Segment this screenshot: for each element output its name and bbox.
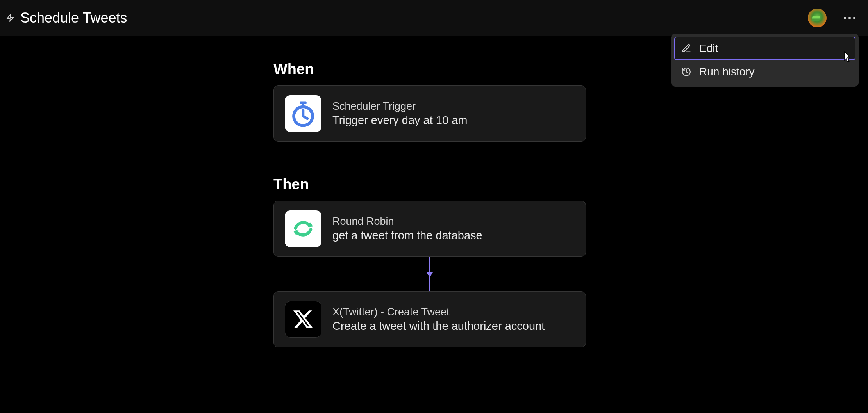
menu-item-label: Edit xyxy=(699,42,718,55)
header-bar: Schedule Tweets xyxy=(0,0,868,36)
step-text: X(Twitter) - Create Tweet Create a tweet… xyxy=(332,306,545,333)
svg-marker-0 xyxy=(7,14,14,21)
svg-rect-1 xyxy=(812,16,820,17)
header-left: Schedule Tweets xyxy=(5,10,127,26)
page-title: Schedule Tweets xyxy=(20,10,127,26)
menu-item-label: Run history xyxy=(699,66,755,78)
step-title: X(Twitter) - Create Tweet xyxy=(332,306,545,318)
svg-rect-3 xyxy=(812,19,819,21)
step-desc: Create a tweet with the authorizer accou… xyxy=(332,320,545,333)
trigger-title: Scheduler Trigger xyxy=(332,100,467,112)
trigger-desc: Trigger every day at 10 am xyxy=(332,114,467,127)
svg-line-8 xyxy=(303,116,307,119)
svg-rect-2 xyxy=(812,17,820,19)
header-right xyxy=(808,9,859,27)
history-icon xyxy=(681,67,691,77)
trigger-text: Scheduler Trigger Trigger every day at 1… xyxy=(332,100,467,127)
more-menu-button[interactable] xyxy=(841,14,859,22)
step-desc: get a tweet from the database xyxy=(332,229,482,242)
step-round-robin-card[interactable]: Round Robin get a tweet from the databas… xyxy=(273,201,586,257)
avatar[interactable] xyxy=(808,9,827,27)
step-title: Round Robin xyxy=(332,215,482,228)
pencil-icon xyxy=(681,43,691,53)
refresh-icon xyxy=(285,210,321,247)
menu-item-edit[interactable]: Edit xyxy=(674,37,855,60)
then-section-label: Then xyxy=(273,176,586,193)
step-text: Round Robin get a tweet from the databas… xyxy=(332,215,482,242)
step-twitter-card[interactable]: X(Twitter) - Create Tweet Create a tweet… xyxy=(273,291,586,347)
when-section-label: When xyxy=(273,61,586,78)
context-menu: Edit Run history xyxy=(671,34,859,87)
bolt-icon xyxy=(5,12,16,23)
flow-connector xyxy=(429,257,430,291)
stopwatch-icon xyxy=(285,95,321,132)
trigger-card[interactable]: Scheduler Trigger Trigger every day at 1… xyxy=(273,85,586,142)
x-twitter-icon xyxy=(285,301,321,338)
menu-item-run-history[interactable]: Run history xyxy=(674,60,855,84)
